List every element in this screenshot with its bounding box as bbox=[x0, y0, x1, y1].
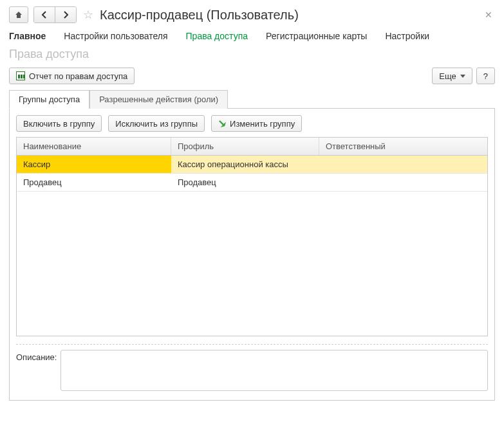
description-textarea[interactable] bbox=[61, 350, 488, 391]
nav-back-forward bbox=[33, 6, 77, 23]
home-icon bbox=[15, 11, 23, 19]
cell-profile: Кассир операционной кассы bbox=[171, 156, 319, 173]
cell-responsible bbox=[319, 156, 487, 173]
description-label: Описание: bbox=[16, 350, 57, 362]
cell-name: Продавец bbox=[17, 174, 171, 191]
back-button[interactable] bbox=[34, 7, 55, 23]
menu-access-rights[interactable]: Права доступа bbox=[186, 31, 248, 41]
page-subtitle: Права доступа bbox=[9, 48, 495, 61]
table-body[interactable]: Кассир Кассир операционной кассы Продаве… bbox=[17, 156, 487, 336]
help-button[interactable]: ? bbox=[476, 68, 495, 84]
tab-access-groups[interactable]: Группы доступа bbox=[9, 90, 89, 109]
edit-group-button[interactable]: Изменить группу bbox=[211, 115, 302, 132]
more-button[interactable]: Еще bbox=[432, 68, 472, 84]
favorite-star-icon[interactable]: ☆ bbox=[82, 8, 95, 22]
divider bbox=[16, 344, 488, 345]
cell-responsible bbox=[319, 174, 487, 191]
arrow-right-icon bbox=[62, 11, 70, 19]
tab-panel-access-groups: Включить в группу Исключить из группы Из… bbox=[9, 109, 495, 401]
exclude-from-group-button[interactable]: Исключить из группы bbox=[108, 115, 205, 132]
report-access-rights-button[interactable]: Отчет по правам доступа bbox=[9, 68, 135, 84]
cell-profile: Продавец bbox=[171, 174, 319, 191]
report-icon bbox=[16, 71, 25, 80]
edit-group-label: Изменить группу bbox=[230, 119, 295, 129]
table-header: Наименование Профиль Ответственный bbox=[17, 138, 487, 156]
topbar: ☆ Кассир-продавец (Пользователь) ✕ bbox=[9, 6, 495, 23]
close-button[interactable]: ✕ bbox=[482, 7, 495, 23]
include-in-group-button[interactable]: Включить в группу bbox=[16, 115, 102, 132]
arrow-left-icon bbox=[41, 11, 48, 19]
access-groups-table: Наименование Профиль Ответственный Касси… bbox=[16, 137, 488, 336]
group-actions: Включить в группу Исключить из группы Из… bbox=[16, 115, 488, 132]
th-responsible[interactable]: Ответственный bbox=[319, 138, 487, 155]
report-button-label: Отчет по правам доступа bbox=[29, 71, 127, 81]
table-row[interactable]: Кассир Кассир операционной кассы bbox=[17, 156, 487, 174]
th-profile[interactable]: Профиль bbox=[171, 138, 319, 155]
main-menu: Главное Настройки пользователя Права дос… bbox=[9, 31, 495, 41]
chevron-down-icon bbox=[460, 75, 465, 78]
menu-registration-cards[interactable]: Регистрационные карты bbox=[266, 31, 367, 41]
menu-main[interactable]: Главное bbox=[9, 31, 46, 41]
window-title: Кассир-продавец (Пользователь) bbox=[100, 8, 477, 23]
th-name[interactable]: Наименование bbox=[17, 138, 171, 155]
cell-name: Кассир bbox=[17, 156, 171, 173]
table-row[interactable]: Продавец Продавец bbox=[17, 174, 487, 192]
more-button-label: Еще bbox=[439, 71, 456, 81]
menu-user-settings[interactable]: Настройки пользователя bbox=[64, 31, 167, 41]
tab-allowed-actions[interactable]: Разрешенные действия (роли) bbox=[89, 90, 228, 109]
description-field-row: Описание: bbox=[16, 350, 488, 391]
tabs: Группы доступа Разрешенные действия (рол… bbox=[9, 89, 495, 109]
toolbar: Отчет по правам доступа Еще ? bbox=[9, 68, 495, 84]
home-button[interactable] bbox=[9, 6, 28, 23]
pencil-icon bbox=[217, 118, 228, 129]
menu-settings[interactable]: Настройки bbox=[385, 31, 429, 41]
forward-button[interactable] bbox=[55, 7, 76, 23]
